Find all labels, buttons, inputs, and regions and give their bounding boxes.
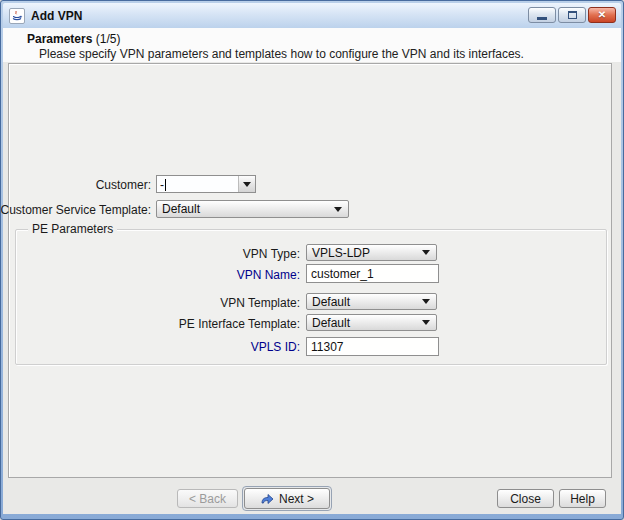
vpls-id-input[interactable] [306,337,439,356]
vpn-template-label: VPN Template: [16,296,300,310]
java-icon [9,8,25,24]
vpn-template-value: Default [307,295,422,309]
customer-service-template-value: Default [157,202,334,216]
next-arrow-icon [260,493,274,505]
pe-interface-template-value: Default [307,316,422,330]
maximize-icon [568,11,577,19]
close-button[interactable]: Close [497,489,554,508]
chevron-down-icon [243,182,251,187]
minimize-icon [537,17,547,20]
close-window-button[interactable]: ✕ [588,7,616,23]
wizard-header: Parameters (1/5) Please specify VPN para… [3,28,621,62]
customer-service-template-label: Customer Service Template: [0,203,151,217]
vpn-type-value: VPLS-LDP [307,246,422,260]
customer-combobox-input[interactable]: - [157,176,238,192]
customer-combobox[interactable]: - [156,175,256,193]
next-button[interactable]: Next > [244,488,330,509]
chevron-down-icon [422,299,430,304]
maximize-button[interactable] [558,7,586,23]
vpn-name-input[interactable] [306,264,439,283]
chevron-down-icon [422,250,430,255]
step-title-text: Parameters [27,32,92,46]
vpn-name-label: VPN Name: [16,268,300,282]
pe-interface-template-label: PE Interface Template: [16,317,300,331]
back-button[interactable]: < Back [177,489,238,508]
text-caret [165,179,166,191]
chevron-down-icon [334,207,342,212]
next-button-focus-ring: Next > [242,486,332,511]
close-icon: ✕ [598,10,606,20]
window-title: Add VPN [31,9,82,23]
wizard-step-description: Please specify VPN parameters and templa… [39,47,524,61]
pe-interface-template-select[interactable]: Default [306,314,437,331]
minimize-button[interactable] [528,7,556,23]
vpn-type-select[interactable]: VPLS-LDP [306,244,437,261]
vpls-id-label: VPLS ID: [16,340,300,354]
dialog-body: Parameters (1/5) Please specify VPN para… [3,28,621,514]
pe-parameters-title: PE Parameters [28,222,117,236]
wizard-step-title: Parameters (1/5) [27,32,120,46]
step-counter: (1/5) [96,32,121,46]
pe-parameters-groupbox: PE Parameters VPN Type: VPLS-LDP VPN Nam… [15,229,607,365]
add-vpn-dialog: Add VPN ✕ Parameters (1/5) Please specif… [0,0,624,520]
customer-label: Customer: [0,178,151,192]
vpn-template-select[interactable]: Default [306,293,437,310]
vpn-type-label: VPN Type: [16,247,300,261]
customer-service-template-select[interactable]: Default [156,200,349,218]
customer-dropdown-button[interactable] [238,176,255,192]
parameters-panel: Customer: - Customer Service Template: D… [8,63,612,478]
chevron-down-icon [422,320,430,325]
next-button-label: Next > [279,492,314,506]
titlebar[interactable]: Add VPN ✕ [3,3,621,28]
help-button[interactable]: Help [559,489,606,508]
